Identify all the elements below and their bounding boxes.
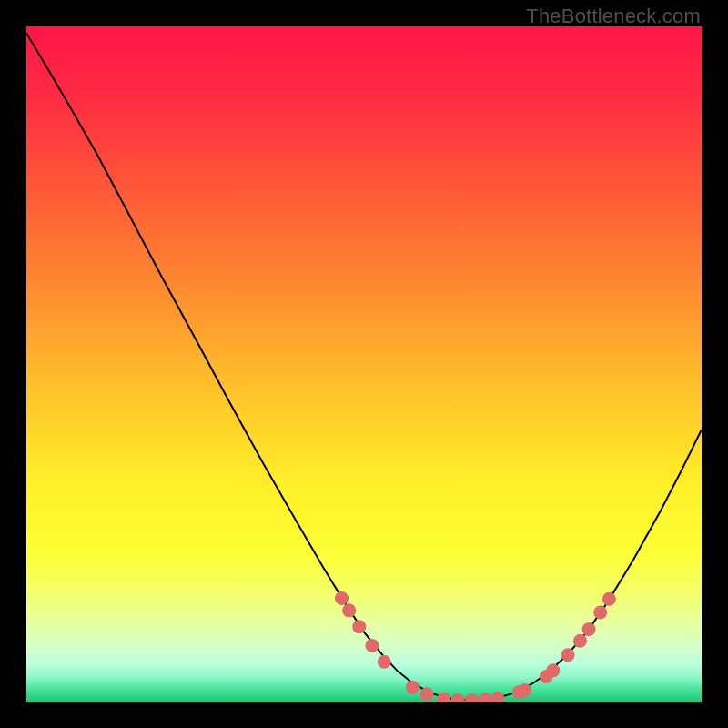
data-marker [561, 648, 575, 662]
data-marker [593, 606, 607, 620]
data-marker [420, 687, 434, 701]
data-marker [602, 592, 616, 606]
gradient-background [26, 26, 702, 702]
data-marker [546, 663, 560, 677]
data-marker [573, 634, 587, 648]
data-marker [378, 655, 391, 669]
data-marker [352, 620, 366, 633]
data-marker [335, 592, 349, 605]
plot-area [26, 26, 702, 702]
data-marker [518, 683, 531, 697]
data-marker [365, 639, 379, 652]
data-marker [582, 622, 596, 636]
data-marker [406, 681, 420, 694]
chart-svg [26, 26, 702, 702]
watermark-label: TheBottleneck.com [526, 5, 701, 28]
data-marker [342, 603, 356, 617]
